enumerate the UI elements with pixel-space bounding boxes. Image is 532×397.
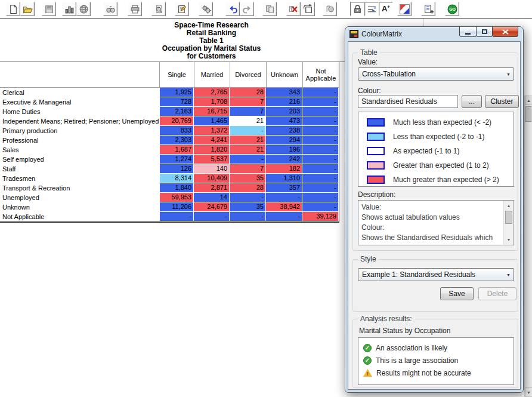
browse-button[interactable]: ... [462, 95, 482, 108]
scroll-up-arrow[interactable]: ▲ [504, 201, 514, 210]
scroll-up-arrow[interactable]: ▲ [525, 96, 532, 105]
table-cell[interactable]: 1,274 [160, 155, 194, 164]
row-label[interactable]: Unemployed [0, 193, 159, 202]
table-cell[interactable]: 21 [230, 145, 266, 155]
value-combobox[interactable]: Cross-Tabulation ▼ [358, 67, 514, 81]
table-cell[interactable]: - [302, 202, 339, 212]
redo-button[interactable] [240, 2, 254, 16]
minimize-button[interactable] [459, 26, 477, 37]
row-label[interactable]: Home Duties [0, 107, 159, 116]
table-cell[interactable]: 11,206 [160, 202, 194, 212]
scrollbar-thumb[interactable] [505, 211, 512, 224]
automation-button[interactable] [199, 2, 213, 16]
style-combobox[interactable]: Example 1: Standardised Residuals ▼ [358, 268, 514, 281]
table-cell[interactable]: 7 [230, 107, 266, 116]
table-cell[interactable]: - [230, 193, 266, 202]
table-cell[interactable]: - [302, 126, 339, 136]
table-cell[interactable]: 4,241 [194, 136, 230, 145]
table-cell[interactable]: 833 [160, 126, 194, 136]
legend-item[interactable]: Less than expected (-2 to -1) [358, 130, 514, 144]
table-cell[interactable]: 238 [266, 126, 302, 136]
transpose-button[interactable] [301, 2, 315, 16]
column-header[interactable]: Unknown [267, 62, 303, 87]
new-document-button[interactable] [6, 2, 20, 16]
table-cell[interactable]: - [302, 88, 339, 97]
column-header[interactable]: Divorced [230, 62, 267, 87]
table-cell[interactable]: - [266, 193, 302, 202]
table-cell[interactable]: 10,409 [194, 174, 230, 183]
print-button[interactable] [128, 2, 142, 16]
row-label[interactable]: Transport & Recreation [0, 183, 159, 193]
row-label[interactable]: Professional [0, 136, 159, 145]
table-cell[interactable]: - [160, 212, 194, 221]
table-cell[interactable]: 196 [266, 145, 302, 155]
column-header[interactable]: Single [160, 62, 194, 87]
table-cell[interactable]: - [230, 155, 266, 164]
table-cell[interactable]: - [302, 116, 339, 126]
table-cell[interactable]: 1,310 [266, 174, 302, 183]
open-table-button[interactable] [20, 2, 35, 16]
table-cell[interactable]: 35 [230, 174, 266, 183]
table-cell[interactable]: 1,687 [160, 145, 194, 155]
legend-item[interactable]: Much less than expected (< -2) [358, 115, 514, 130]
table-cell[interactable]: 59,953 [160, 193, 194, 202]
table-cell[interactable]: 216 [266, 97, 302, 107]
table-cell[interactable]: 473 [266, 116, 302, 126]
row-label[interactable]: Sales [0, 145, 159, 155]
table-cell[interactable]: 1,820 [194, 145, 230, 155]
table-cell[interactable]: 242 [266, 155, 302, 164]
table-cell[interactable]: 126 [160, 164, 194, 174]
map-view-button[interactable] [76, 2, 91, 16]
close-button[interactable] [492, 26, 518, 37]
edit-annotations-button[interactable] [175, 2, 189, 16]
save-button[interactable]: Save [440, 287, 474, 300]
legend-item[interactable]: Greater than expected (1 to 2) [358, 158, 514, 173]
table-cell[interactable]: 182 [266, 164, 302, 174]
column-header[interactable]: Married [194, 62, 230, 87]
lock-button[interactable] [350, 2, 364, 16]
colour-matrix-button[interactable] [397, 2, 412, 16]
legend-item[interactable]: Much greater than expected (> 2) [358, 173, 514, 187]
table-cell[interactable]: 343 [266, 88, 302, 97]
font-size-button[interactable]: A+ [379, 2, 393, 16]
table-cell[interactable]: 5,537 [194, 155, 230, 164]
table-cell[interactable]: 2,303 [160, 136, 194, 145]
table-cell[interactable]: - [302, 97, 339, 107]
table-cell[interactable]: 2,871 [194, 183, 230, 193]
table-cell[interactable]: 8,314 [160, 174, 194, 183]
scroll-down-arrow[interactable]: ▼ [504, 235, 514, 244]
table-cell[interactable]: 140 [194, 164, 230, 174]
stamp-button[interactable] [323, 2, 337, 16]
colour-input[interactable]: Standardised Residuals [358, 95, 458, 108]
table-cell[interactable]: 294 [266, 136, 302, 145]
table-cell[interactable]: 2,765 [194, 88, 230, 97]
table-cell[interactable]: - [302, 174, 339, 183]
chart-view-button[interactable] [62, 2, 76, 16]
row-label[interactable]: Staff [0, 164, 159, 174]
table-cell[interactable]: 2,163 [160, 107, 194, 116]
table-cell[interactable]: 7 [230, 97, 266, 107]
table-cell[interactable]: - [302, 145, 339, 155]
table-cell[interactable]: 1,925 [160, 88, 194, 97]
print-preview-button[interactable] [151, 2, 166, 16]
row-label[interactable]: Primary production [0, 126, 159, 136]
row-label[interactable]: Clerical [0, 88, 159, 97]
maximize-button[interactable] [476, 26, 493, 37]
delete-button[interactable]: Delete [478, 287, 516, 300]
table-cell[interactable]: 14 [194, 193, 230, 202]
table-cell[interactable]: 1,840 [160, 183, 194, 193]
table-cell[interactable]: 38,942 [266, 202, 302, 212]
table-cell[interactable]: - [302, 164, 339, 174]
delete-selection-button[interactable] [286, 2, 301, 16]
table-cell[interactable]: 728 [160, 97, 194, 107]
table-cell[interactable]: 21 [230, 116, 266, 126]
table-cell[interactable]: 28 [230, 183, 266, 193]
table-cell[interactable]: 16,715 [194, 107, 230, 116]
table-cell[interactable]: - [302, 107, 339, 116]
table-cell[interactable]: 203 [266, 107, 302, 116]
copy-button[interactable] [262, 2, 277, 16]
new-table-window-button[interactable] [421, 2, 435, 16]
table-cell[interactable]: - [230, 126, 266, 136]
scrollbar-thumb[interactable] [525, 106, 531, 122]
table-cell[interactable]: 28 [230, 88, 266, 97]
